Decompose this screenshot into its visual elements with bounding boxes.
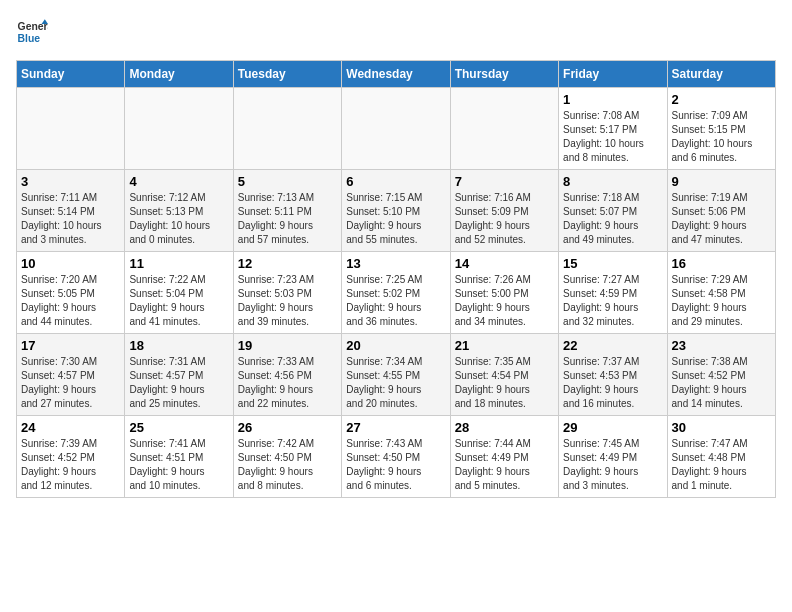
weekday-header-saturday: Saturday xyxy=(667,61,775,88)
day-number: 7 xyxy=(455,174,554,189)
day-info: Sunrise: 7:13 AM Sunset: 5:11 PM Dayligh… xyxy=(238,191,337,247)
calendar-week-2: 3Sunrise: 7:11 AM Sunset: 5:14 PM Daylig… xyxy=(17,170,776,252)
day-number: 16 xyxy=(672,256,771,271)
calendar-cell: 3Sunrise: 7:11 AM Sunset: 5:14 PM Daylig… xyxy=(17,170,125,252)
calendar-cell: 17Sunrise: 7:30 AM Sunset: 4:57 PM Dayli… xyxy=(17,334,125,416)
day-info: Sunrise: 7:37 AM Sunset: 4:53 PM Dayligh… xyxy=(563,355,662,411)
calendar-cell: 14Sunrise: 7:26 AM Sunset: 5:00 PM Dayli… xyxy=(450,252,558,334)
day-info: Sunrise: 7:44 AM Sunset: 4:49 PM Dayligh… xyxy=(455,437,554,493)
calendar-cell: 11Sunrise: 7:22 AM Sunset: 5:04 PM Dayli… xyxy=(125,252,233,334)
calendar-cell: 26Sunrise: 7:42 AM Sunset: 4:50 PM Dayli… xyxy=(233,416,341,498)
day-number: 26 xyxy=(238,420,337,435)
day-info: Sunrise: 7:26 AM Sunset: 5:00 PM Dayligh… xyxy=(455,273,554,329)
weekday-header-row: SundayMondayTuesdayWednesdayThursdayFrid… xyxy=(17,61,776,88)
day-info: Sunrise: 7:18 AM Sunset: 5:07 PM Dayligh… xyxy=(563,191,662,247)
calendar-cell: 8Sunrise: 7:18 AM Sunset: 5:07 PM Daylig… xyxy=(559,170,667,252)
day-number: 10 xyxy=(21,256,120,271)
day-info: Sunrise: 7:29 AM Sunset: 4:58 PM Dayligh… xyxy=(672,273,771,329)
calendar-cell: 13Sunrise: 7:25 AM Sunset: 5:02 PM Dayli… xyxy=(342,252,450,334)
day-number: 24 xyxy=(21,420,120,435)
calendar-cell: 22Sunrise: 7:37 AM Sunset: 4:53 PM Dayli… xyxy=(559,334,667,416)
day-info: Sunrise: 7:38 AM Sunset: 4:52 PM Dayligh… xyxy=(672,355,771,411)
page-header: General Blue xyxy=(16,16,776,48)
day-info: Sunrise: 7:33 AM Sunset: 4:56 PM Dayligh… xyxy=(238,355,337,411)
calendar-cell: 5Sunrise: 7:13 AM Sunset: 5:11 PM Daylig… xyxy=(233,170,341,252)
day-number: 14 xyxy=(455,256,554,271)
calendar-cell: 12Sunrise: 7:23 AM Sunset: 5:03 PM Dayli… xyxy=(233,252,341,334)
calendar-body: 1Sunrise: 7:08 AM Sunset: 5:17 PM Daylig… xyxy=(17,88,776,498)
day-info: Sunrise: 7:43 AM Sunset: 4:50 PM Dayligh… xyxy=(346,437,445,493)
day-number: 15 xyxy=(563,256,662,271)
day-info: Sunrise: 7:41 AM Sunset: 4:51 PM Dayligh… xyxy=(129,437,228,493)
calendar-cell xyxy=(450,88,558,170)
day-info: Sunrise: 7:11 AM Sunset: 5:14 PM Dayligh… xyxy=(21,191,120,247)
weekday-header-sunday: Sunday xyxy=(17,61,125,88)
calendar-cell: 19Sunrise: 7:33 AM Sunset: 4:56 PM Dayli… xyxy=(233,334,341,416)
day-number: 19 xyxy=(238,338,337,353)
day-info: Sunrise: 7:08 AM Sunset: 5:17 PM Dayligh… xyxy=(563,109,662,165)
calendar-cell: 1Sunrise: 7:08 AM Sunset: 5:17 PM Daylig… xyxy=(559,88,667,170)
day-info: Sunrise: 7:09 AM Sunset: 5:15 PM Dayligh… xyxy=(672,109,771,165)
day-number: 4 xyxy=(129,174,228,189)
day-info: Sunrise: 7:27 AM Sunset: 4:59 PM Dayligh… xyxy=(563,273,662,329)
day-number: 3 xyxy=(21,174,120,189)
day-info: Sunrise: 7:34 AM Sunset: 4:55 PM Dayligh… xyxy=(346,355,445,411)
day-info: Sunrise: 7:25 AM Sunset: 5:02 PM Dayligh… xyxy=(346,273,445,329)
calendar-week-3: 10Sunrise: 7:20 AM Sunset: 5:05 PM Dayli… xyxy=(17,252,776,334)
day-info: Sunrise: 7:45 AM Sunset: 4:49 PM Dayligh… xyxy=(563,437,662,493)
calendar-table: SundayMondayTuesdayWednesdayThursdayFrid… xyxy=(16,60,776,498)
calendar-cell: 7Sunrise: 7:16 AM Sunset: 5:09 PM Daylig… xyxy=(450,170,558,252)
calendar-cell: 29Sunrise: 7:45 AM Sunset: 4:49 PM Dayli… xyxy=(559,416,667,498)
calendar-cell: 18Sunrise: 7:31 AM Sunset: 4:57 PM Dayli… xyxy=(125,334,233,416)
calendar-cell: 15Sunrise: 7:27 AM Sunset: 4:59 PM Dayli… xyxy=(559,252,667,334)
logo-icon: General Blue xyxy=(16,16,48,48)
calendar-cell: 21Sunrise: 7:35 AM Sunset: 4:54 PM Dayli… xyxy=(450,334,558,416)
calendar-header: SundayMondayTuesdayWednesdayThursdayFrid… xyxy=(17,61,776,88)
calendar-week-4: 17Sunrise: 7:30 AM Sunset: 4:57 PM Dayli… xyxy=(17,334,776,416)
day-info: Sunrise: 7:22 AM Sunset: 5:04 PM Dayligh… xyxy=(129,273,228,329)
calendar-cell: 16Sunrise: 7:29 AM Sunset: 4:58 PM Dayli… xyxy=(667,252,775,334)
logo: General Blue xyxy=(16,16,52,48)
calendar-cell: 25Sunrise: 7:41 AM Sunset: 4:51 PM Dayli… xyxy=(125,416,233,498)
day-number: 27 xyxy=(346,420,445,435)
weekday-header-tuesday: Tuesday xyxy=(233,61,341,88)
svg-text:Blue: Blue xyxy=(18,33,41,44)
day-number: 1 xyxy=(563,92,662,107)
day-info: Sunrise: 7:47 AM Sunset: 4:48 PM Dayligh… xyxy=(672,437,771,493)
day-info: Sunrise: 7:39 AM Sunset: 4:52 PM Dayligh… xyxy=(21,437,120,493)
day-info: Sunrise: 7:15 AM Sunset: 5:10 PM Dayligh… xyxy=(346,191,445,247)
day-number: 28 xyxy=(455,420,554,435)
weekday-header-friday: Friday xyxy=(559,61,667,88)
calendar-cell xyxy=(342,88,450,170)
calendar-week-5: 24Sunrise: 7:39 AM Sunset: 4:52 PM Dayli… xyxy=(17,416,776,498)
day-number: 20 xyxy=(346,338,445,353)
calendar-cell: 4Sunrise: 7:12 AM Sunset: 5:13 PM Daylig… xyxy=(125,170,233,252)
calendar-cell: 9Sunrise: 7:19 AM Sunset: 5:06 PM Daylig… xyxy=(667,170,775,252)
calendar-cell: 27Sunrise: 7:43 AM Sunset: 4:50 PM Dayli… xyxy=(342,416,450,498)
day-number: 25 xyxy=(129,420,228,435)
day-info: Sunrise: 7:16 AM Sunset: 5:09 PM Dayligh… xyxy=(455,191,554,247)
day-number: 12 xyxy=(238,256,337,271)
calendar-cell: 2Sunrise: 7:09 AM Sunset: 5:15 PM Daylig… xyxy=(667,88,775,170)
day-info: Sunrise: 7:20 AM Sunset: 5:05 PM Dayligh… xyxy=(21,273,120,329)
day-number: 17 xyxy=(21,338,120,353)
calendar-cell xyxy=(125,88,233,170)
calendar-cell xyxy=(233,88,341,170)
day-number: 30 xyxy=(672,420,771,435)
calendar-cell: 23Sunrise: 7:38 AM Sunset: 4:52 PM Dayli… xyxy=(667,334,775,416)
calendar-cell xyxy=(17,88,125,170)
day-number: 18 xyxy=(129,338,228,353)
day-number: 2 xyxy=(672,92,771,107)
calendar-cell: 24Sunrise: 7:39 AM Sunset: 4:52 PM Dayli… xyxy=(17,416,125,498)
day-number: 8 xyxy=(563,174,662,189)
calendar-cell: 6Sunrise: 7:15 AM Sunset: 5:10 PM Daylig… xyxy=(342,170,450,252)
day-info: Sunrise: 7:19 AM Sunset: 5:06 PM Dayligh… xyxy=(672,191,771,247)
day-info: Sunrise: 7:35 AM Sunset: 4:54 PM Dayligh… xyxy=(455,355,554,411)
day-number: 6 xyxy=(346,174,445,189)
calendar-week-1: 1Sunrise: 7:08 AM Sunset: 5:17 PM Daylig… xyxy=(17,88,776,170)
day-number: 23 xyxy=(672,338,771,353)
day-info: Sunrise: 7:31 AM Sunset: 4:57 PM Dayligh… xyxy=(129,355,228,411)
weekday-header-thursday: Thursday xyxy=(450,61,558,88)
day-number: 5 xyxy=(238,174,337,189)
day-info: Sunrise: 7:42 AM Sunset: 4:50 PM Dayligh… xyxy=(238,437,337,493)
